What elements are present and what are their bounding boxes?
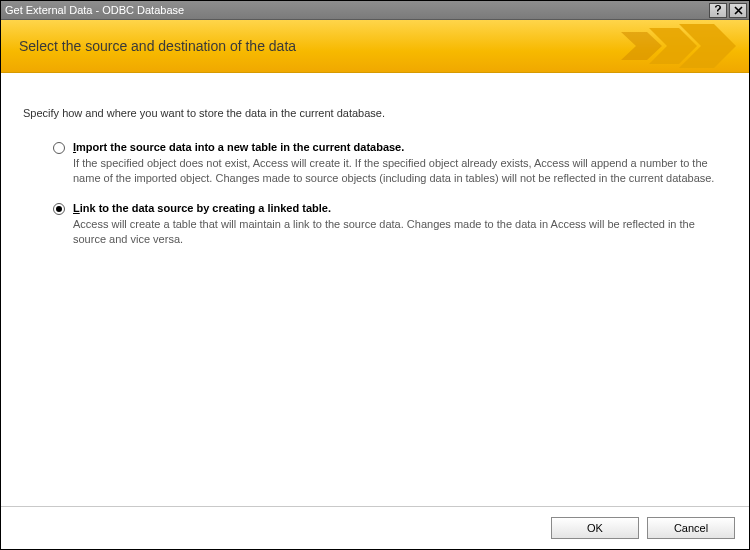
ok-button[interactable]: OK	[551, 517, 639, 539]
svg-marker-1	[679, 24, 736, 68]
window-controls	[709, 3, 747, 18]
radio-link[interactable]	[53, 203, 65, 215]
banner-heading: Select the source and destination of the…	[19, 38, 296, 54]
window-title: Get External Data - ODBC Database	[5, 4, 184, 16]
dialog-footer: OK Cancel	[1, 506, 749, 549]
option-import[interactable]: Import the source data into a new table …	[53, 141, 727, 186]
option-link[interactable]: Link to the data source by creating a li…	[53, 202, 727, 247]
option-link-description: Access will create a table that will mai…	[73, 217, 727, 247]
radio-import[interactable]	[53, 142, 65, 154]
instruction-text: Specify how and where you want to store …	[23, 107, 727, 119]
banner: Select the source and destination of the…	[1, 20, 749, 73]
banner-decoration-icon	[529, 20, 749, 72]
option-import-description: If the specified object does not exist, …	[73, 156, 727, 186]
titlebar: Get External Data - ODBC Database	[1, 1, 749, 20]
option-import-label: Import the source data into a new table …	[73, 141, 727, 153]
help-button[interactable]	[709, 3, 727, 18]
dialog-window: Get External Data - ODBC Database Select…	[0, 0, 750, 550]
close-button[interactable]	[729, 3, 747, 18]
svg-marker-0	[649, 28, 697, 64]
option-link-label: Link to the data source by creating a li…	[73, 202, 727, 214]
content-area: Specify how and where you want to store …	[1, 73, 749, 506]
svg-marker-2	[621, 32, 662, 60]
cancel-button[interactable]: Cancel	[647, 517, 735, 539]
